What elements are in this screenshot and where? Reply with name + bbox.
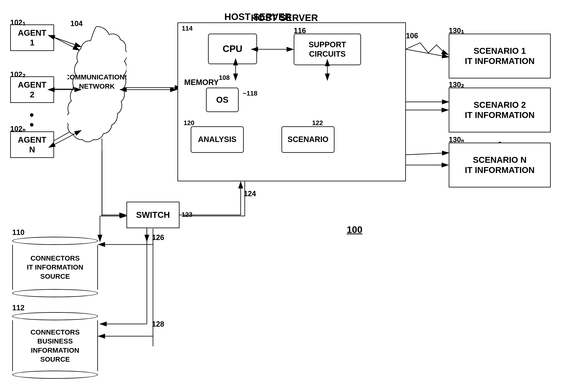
scenarioN-label: SCENARIO NIT INFORMATION — [465, 155, 535, 175]
ref-128: 128 — [152, 320, 164, 328]
svg-line-12 — [404, 49, 449, 57]
scenario1-ref: 130₁ — [449, 27, 464, 35]
svg-line-14 — [404, 153, 449, 155]
scenario-ref: 122 — [312, 119, 323, 127]
analysis-box: ANALYSIS — [191, 126, 244, 153]
scenario1-label: SCENARIO 1IT INFORMATION — [465, 46, 535, 66]
ref-126: 126 — [152, 233, 164, 242]
scenario2-ref: 130₂ — [449, 81, 464, 89]
os-box: OS — [206, 88, 239, 112]
connectors-biz-ref: 112 — [12, 304, 25, 312]
agent1-label: AGENT1 — [18, 28, 46, 47]
network-ref: 104 — [70, 19, 83, 28]
agentN-label: AGENTN — [18, 135, 46, 154]
scenario2-label: SCENARIO 2IT INFORMATION — [465, 100, 535, 120]
agent2-label: AGENT2 — [18, 80, 46, 99]
scenario2-box: SCENARIO 2IT INFORMATION — [449, 88, 551, 132]
os-ref: ~118 — [243, 90, 257, 97]
ref-124: 124 — [244, 189, 256, 198]
switch-ref: 123 — [181, 211, 192, 218]
connectors-it-cylinder: CONNECTORSIT INFORMATIONSOURCE — [12, 236, 98, 297]
agent2-ref: 102₂ — [10, 70, 25, 79]
host-server-heading: HOST SERVER — [251, 12, 318, 23]
host-server-ref-114: 114 — [182, 25, 193, 32]
scenario-box: SCENARIO — [282, 126, 334, 153]
agents-dots: •• — [30, 110, 34, 130]
support-circuits-ref: 116 — [294, 27, 306, 35]
agent2-box: AGENT2 — [10, 76, 54, 103]
agent1-box: AGENT1 — [10, 25, 54, 51]
scenarioN-ref: 130ₙ — [449, 136, 464, 144]
agentN-box: AGENTN — [10, 131, 54, 158]
connectors-biz-cylinder: CONNECTORSBUSINESSINFORMATIONSOURCE — [12, 312, 98, 379]
analysis-ref: 120 — [184, 119, 194, 127]
diagram-ref-100: 100 — [347, 224, 362, 235]
support-circuits-box: SUPPORTCIRCUITS — [294, 34, 361, 65]
agentN-ref: 102ₙ — [10, 125, 25, 133]
support-circuits-label: SUPPORTCIRCUITS — [309, 40, 346, 59]
memory-label: MEMORY — [184, 78, 219, 87]
scenarioN-box: SCENARIO NIT INFORMATION — [449, 143, 551, 187]
agent1-ref: 102₁ — [10, 18, 25, 27]
svg-text:NETWORK: NETWORK — [79, 82, 115, 90]
connectors-it-ref: 110 — [12, 228, 25, 237]
memory-ref: 108 — [219, 74, 230, 82]
ref-106: 106 — [406, 32, 418, 40]
communications-network: COMMUNICATIONS NETWORK — [67, 25, 126, 151]
scenario1-box: SCENARIO 1IT INFORMATION — [449, 34, 551, 78]
svg-text:COMMUNICATIONS: COMMUNICATIONS — [67, 73, 126, 81]
switch-box: SWITCH — [126, 202, 179, 228]
cpu-box: CPU — [208, 34, 257, 64]
